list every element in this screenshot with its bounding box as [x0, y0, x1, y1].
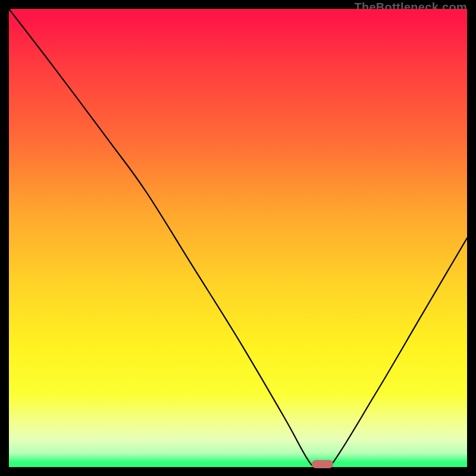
- optimum-marker: [312, 460, 333, 468]
- chart-frame: TheBottleneck.com: [9, 9, 467, 467]
- curve-path: [9, 9, 467, 467]
- chart-line: [9, 9, 467, 467]
